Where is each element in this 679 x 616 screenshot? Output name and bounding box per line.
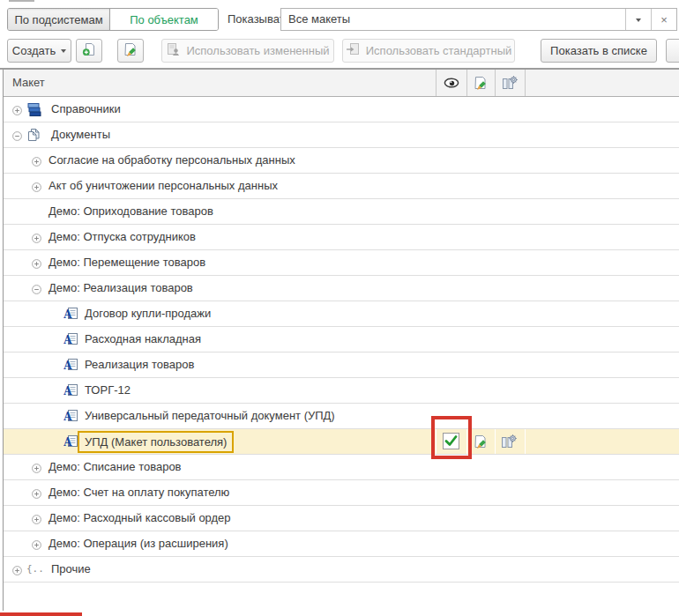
expander-plus-icon[interactable] <box>12 565 22 575</box>
new-document-icon <box>82 42 96 59</box>
clear-icon: × <box>660 14 668 26</box>
use-modified-button[interactable]: Использовать измененный <box>161 39 334 63</box>
column-separator <box>495 429 496 454</box>
column-separator <box>525 429 526 454</box>
template-icon: А <box>63 434 78 450</box>
tree-row[interactable]: АТОРГ-12 <box>4 378 679 404</box>
tab-by-subsystems[interactable]: По подсистемам <box>8 9 110 30</box>
tree-row[interactable]: Демо: Операция (из расширения) <box>4 531 679 557</box>
tree-row[interactable]: {..}Прочие <box>4 557 679 583</box>
chevron-down-icon <box>636 19 641 25</box>
tree-row[interactable]: Демо: Оприходование товаров <box>4 199 679 225</box>
tree-row-label: Прочие <box>51 557 91 582</box>
tree-row-label: Демо: Счет на оплату покупателю <box>48 480 229 505</box>
tree-row[interactable]: АДоговор купли-продажи <box>4 301 679 327</box>
tree-row[interactable]: Демо: Перемещение товаров <box>4 250 679 276</box>
expander-plus-icon[interactable] <box>32 463 41 472</box>
column-separator <box>436 70 436 96</box>
expander-plus-icon[interactable] <box>32 182 41 191</box>
column-separator <box>466 70 467 96</box>
template-icon: А <box>63 332 78 348</box>
svg-text:А: А <box>63 334 72 346</box>
expander-plus-icon[interactable] <box>32 258 41 268</box>
tree-row[interactable]: АУПД (Макет пользователя) <box>4 429 679 455</box>
show-filter-value: Все макеты <box>281 9 625 30</box>
edit-template-button[interactable] <box>117 39 144 63</box>
document-person-icon <box>166 42 181 59</box>
expander-minus-icon[interactable] <box>32 284 41 293</box>
table-header-row: Макет <box>4 70 679 97</box>
show-in-list-button[interactable]: Показать в списке <box>541 39 657 63</box>
tree-row[interactable]: Демо: Реализация товаров <box>4 276 679 301</box>
combo-dropdown-button[interactable] <box>625 9 651 30</box>
edit-icon <box>474 76 488 90</box>
documents-icon <box>26 128 41 145</box>
tree-row-label: ТОРГ-12 <box>85 378 131 403</box>
tree-row-label: Демо: Отпуска сотрудников <box>48 225 196 249</box>
template-icon: А <box>63 383 78 399</box>
tree-row-label: Согласие на обработку персональных данны… <box>48 148 295 173</box>
tree-row-label: Справочники <box>51 97 121 122</box>
top-stub-divider <box>9 0 34 2</box>
tree-row[interactable]: Акт об уничтожении персональных данных <box>4 174 679 199</box>
tab-by-objects-label: По объектам <box>130 13 198 26</box>
expander-minus-icon[interactable] <box>12 130 22 140</box>
use-standard-button[interactable]: Использовать стандартный <box>342 39 515 63</box>
edit-icon <box>123 42 138 59</box>
tree-row-label: Демо: Оприходование товаров <box>48 199 213 224</box>
template-icon: А <box>63 409 78 425</box>
svg-text:А: А <box>63 436 72 449</box>
tree-body: СправочникиДокументыСогласие на обработк… <box>4 97 679 583</box>
combo-clear-button[interactable]: × <box>651 9 676 30</box>
use-modified-label: Использовать измененный <box>186 44 329 57</box>
tree-row-label: УПД (Макет пользователя) <box>78 431 234 453</box>
expander-plus-icon[interactable] <box>32 233 41 242</box>
use-standard-label: Использовать стандартный <box>366 44 512 57</box>
tree-row-label: Демо: Списание товаров <box>48 455 182 479</box>
tree-row[interactable]: Согласие на обработку персональных данны… <box>4 148 679 174</box>
tree-row[interactable]: Документы <box>4 122 679 148</box>
template-icon: А <box>63 358 78 374</box>
expander-plus-icon[interactable] <box>32 488 41 498</box>
document-arrow-icon <box>346 42 361 59</box>
tree-row[interactable]: Демо: Отпуска сотрудников <box>4 225 679 250</box>
tree-row-label: Демо: Реализация товаров <box>48 276 193 301</box>
expander-plus-icon[interactable] <box>32 514 41 523</box>
add-template-button[interactable] <box>76 39 102 63</box>
svg-text:А: А <box>63 411 72 423</box>
chevron-down-icon <box>61 49 66 56</box>
expander-plus-icon[interactable] <box>32 539 41 549</box>
tree-row[interactable]: Демо: Расходный кассовый ордер <box>4 506 679 531</box>
annotation-red-box <box>431 416 472 459</box>
tree-row-label: Демо: Расходный кассовый ордер <box>48 506 231 531</box>
column-separator <box>525 70 526 96</box>
tree-row-label: Расходная накладная <box>85 327 201 352</box>
annotation-red-line <box>0 612 82 616</box>
create-button[interactable]: Создать <box>7 39 71 63</box>
tree-row[interactable]: АУниверсальный передаточный документ (УП… <box>4 404 679 429</box>
create-button-label: Создать <box>12 44 56 57</box>
expander-plus-icon[interactable] <box>12 105 22 115</box>
tab-by-objects[interactable]: По объектам <box>110 9 218 30</box>
tree-row-label: Демо: Операция (из расширения) <box>48 531 228 556</box>
column-header-maket: Макет <box>12 70 45 96</box>
tree-row[interactable]: АРасходная накладная <box>4 327 679 353</box>
tree-row-label: Договор купли-продажи <box>85 301 211 326</box>
show-filter-combobox[interactable]: Все макеты × <box>280 8 677 31</box>
template-icon: А <box>63 307 78 323</box>
svg-text:А: А <box>63 360 72 372</box>
expander-plus-icon[interactable] <box>32 156 41 166</box>
tree-row[interactable]: Справочники <box>4 97 679 122</box>
tree-row-label: Акт об уничтожении персональных данных <box>48 174 278 198</box>
view-mode-tabs: По подсистемам По объектам <box>7 8 219 31</box>
edit-icon[interactable] <box>474 434 488 451</box>
tree-row[interactable]: АРеализация товаров <box>4 353 679 378</box>
show-in-list-label: Показать в списке <box>550 44 647 57</box>
constructor-icon[interactable] <box>501 434 517 451</box>
catalogs-icon <box>26 102 42 120</box>
tree-row-label: Демо: Перемещение товаров <box>48 250 205 275</box>
clipped-right-button[interactable] <box>666 39 679 63</box>
tree-row[interactable]: Демо: Счет на оплату покупателю <box>4 480 679 506</box>
tree-row[interactable]: Демо: Списание товаров <box>4 455 679 480</box>
column-separator <box>495 70 496 96</box>
